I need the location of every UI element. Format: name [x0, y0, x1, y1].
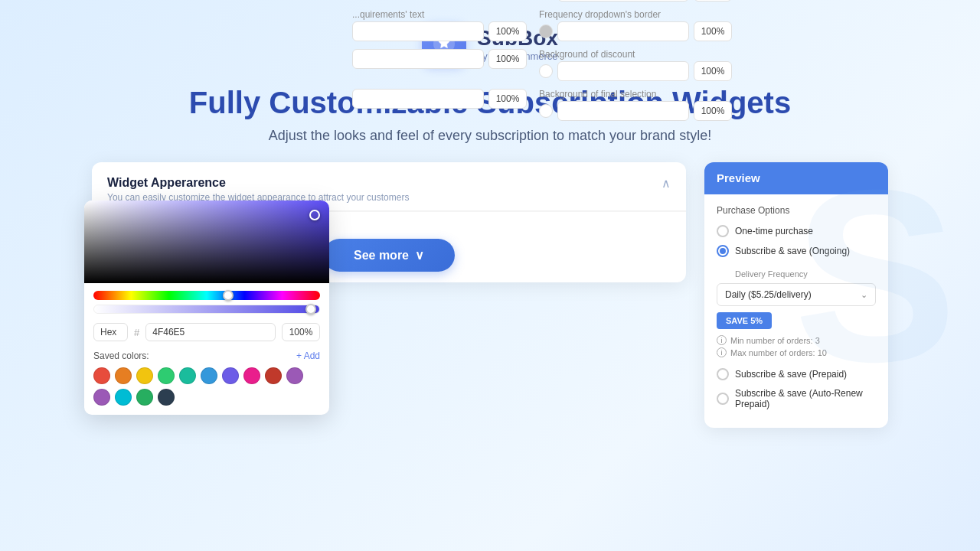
field-percent-left-4[interactable]	[488, 89, 527, 109]
saved-colors-section: Saved colors: + Add	[84, 347, 329, 415]
opacity-slider[interactable]	[93, 305, 320, 314]
bg-discount-value-input[interactable]: #FFFFFF	[557, 61, 689, 81]
field-input-left-3[interactable]	[352, 49, 484, 69]
color-dot-3[interactable]	[136, 367, 153, 384]
preview-title: Preview	[717, 171, 760, 184]
left-field-3	[352, 49, 527, 69]
freq-field-row: #C5C5C5	[539, 21, 732, 41]
bg-discount-opacity-input[interactable]	[694, 61, 732, 81]
fields-row-4: Background of final selection #FFFFFF	[352, 89, 671, 121]
see-more-label: See more	[354, 249, 409, 262]
hash-symbol: #	[134, 327, 139, 338]
req-field-row	[352, 21, 527, 41]
color-dot-12[interactable]	[115, 389, 132, 406]
saved-colors-header: Saved colors: + Add	[93, 350, 320, 361]
fields-col-left-2: ...quirements' text	[352, 9, 527, 41]
bg-final-value-input[interactable]: #FFFFFF	[557, 101, 689, 121]
opacity-thumb	[305, 304, 316, 315]
fields-row-1: Border of the Widget #C5C5C5	[352, 0, 671, 2]
saved-colors-label: Saved colors:	[93, 350, 149, 361]
color-picker: Hex RGB HSL # Saved colors: + Add	[84, 201, 329, 415]
freq-color-preview[interactable]	[539, 24, 553, 38]
color-dot-14[interactable]	[158, 389, 175, 406]
border-opacity-input[interactable]	[694, 0, 732, 2]
widget-title: Widget Apperarence	[107, 176, 409, 190]
color-format-select[interactable]: Hex RGB HSL	[93, 323, 128, 341]
color-dot-2[interactable]	[115, 367, 132, 384]
see-more-button[interactable]: See more ∨	[323, 239, 455, 272]
radio-autorenew	[717, 393, 729, 405]
color-picker-cursor	[309, 210, 320, 220]
color-dot-7[interactable]	[222, 367, 239, 384]
freq-dropdown-label: Frequency dropdown's border	[539, 9, 732, 20]
bg-discount-color-preview[interactable]	[539, 64, 553, 78]
fields-col-left-1	[352, 0, 527, 2]
color-dot-4[interactable]	[158, 367, 175, 384]
fields-col-right-1: Border of the Widget #C5C5C5	[539, 0, 732, 2]
info-icon-min: i	[717, 335, 727, 345]
bg-decoration-s: S	[794, 153, 957, 398]
hue-slider[interactable]	[93, 291, 320, 300]
add-color-button[interactable]: + Add	[296, 350, 320, 361]
color-dots-container	[93, 367, 320, 406]
color-dot-10[interactable]	[286, 367, 303, 384]
req-opacity-input[interactable]	[488, 21, 527, 41]
fields-col-right-4: Background of final selection #FFFFFF	[539, 89, 732, 121]
hue-thumb	[223, 290, 234, 301]
freq-opacity-input[interactable]	[694, 21, 732, 41]
border-field-row: #C5C5C5	[539, 0, 732, 2]
chevron-up-icon[interactable]: ∧	[662, 176, 671, 191]
field-input-left-4[interactable]	[352, 89, 484, 109]
fields-col-right-3: Background of discount #FFFFFF	[539, 49, 732, 81]
color-dot-13[interactable]	[136, 389, 153, 406]
hex-value-input[interactable]	[145, 323, 276, 341]
bg-final-opacity-input[interactable]	[694, 101, 732, 121]
left-field-4	[352, 89, 527, 109]
color-dot-8[interactable]	[243, 367, 260, 384]
info-icon-max: i	[717, 347, 727, 357]
page-wrapper: S SubBox by OneCommerce Fully Customizab…	[0, 0, 980, 551]
color-dot-5[interactable]	[179, 367, 196, 384]
fields-col-left-3	[352, 49, 527, 81]
opacity-slider-wrap	[93, 305, 320, 314]
bg-final-label: Background of final selection	[539, 89, 732, 99]
fields-row-2: ...quirements' text Frequency dropdown's…	[352, 9, 671, 41]
hex-row: Hex RGB HSL #	[84, 318, 329, 347]
req-value-input[interactable]	[352, 21, 484, 41]
bg-final-color-preview[interactable]	[539, 104, 553, 118]
hex-opacity-input[interactable]	[282, 323, 320, 341]
widget-header-text: Widget Apperarence You can easily custom…	[107, 176, 409, 203]
freq-value-input[interactable]: #C5C5C5	[557, 21, 689, 41]
chevron-down-icon: ∨	[415, 248, 424, 262]
color-dot-9[interactable]	[265, 367, 282, 384]
color-dot-11[interactable]	[93, 389, 110, 406]
color-dot-6[interactable]	[201, 367, 217, 384]
field-percent-left-3[interactable]	[488, 49, 527, 69]
hue-slider-container	[84, 283, 329, 318]
req-field-label: ...quirements' text	[352, 9, 527, 20]
color-gradient-canvas[interactable]	[84, 201, 329, 283]
bg-discount-label: Background of discount	[539, 49, 732, 60]
save-badge: SAVE 5%	[717, 312, 772, 329]
fields-col-left-4	[352, 89, 527, 121]
bg-final-field-row: #FFFFFF	[539, 101, 732, 121]
widget-panel: Widget Apperarence You can easily custom…	[92, 162, 686, 282]
color-dot-1[interactable]	[93, 367, 110, 384]
border-value-input[interactable]: #C5C5C5	[557, 0, 689, 2]
bg-discount-field-row: #FFFFFF	[539, 61, 732, 81]
radio-prepaid	[717, 368, 729, 380]
fields-col-right-2: Frequency dropdown's border #C5C5C5	[539, 9, 732, 41]
radio-one-time	[717, 225, 729, 237]
fields-row-3: Background of discount #FFFFFF	[352, 49, 671, 81]
radio-subscribe-ongoing	[717, 245, 729, 257]
